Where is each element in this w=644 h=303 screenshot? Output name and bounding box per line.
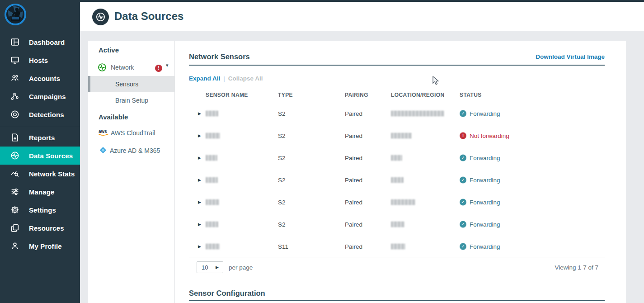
section-title: Network Sensors [189, 52, 250, 61]
row-expand-icon[interactable]: ▶ [198, 156, 201, 160]
network-caret-icon[interactable]: ▾ [166, 62, 169, 68]
sidebar-item-label: Manage [29, 188, 54, 196]
data-sources-icon [9, 150, 20, 161]
nav-item-label: Network [111, 64, 134, 71]
row-expand-icon[interactable]: ▶ [198, 178, 201, 182]
separator: | [223, 75, 225, 82]
content-card: Active Network ! ▾ Sensors Brain Setup A… [88, 41, 626, 303]
row-expand-icon[interactable]: ▶ [198, 200, 201, 204]
available-heading: Available [99, 113, 128, 121]
collapse-all-link[interactable]: Collapse All [228, 75, 263, 82]
sidebar-item-accounts[interactable]: Accounts [0, 69, 80, 87]
sidebar-item-settings[interactable]: Settings [0, 201, 80, 219]
datasource-nav: Active Network ! ▾ Sensors Brain Setup A… [88, 41, 175, 303]
sensor-name-redacted [206, 243, 220, 249]
status-icon: ! [460, 132, 466, 139]
azure-logo-icon [99, 147, 107, 155]
sensor-status: ✓ Forwarding [460, 154, 500, 161]
table-row: ▶ S2 Paired ✓ Forwarding [189, 169, 605, 191]
app-logo[interactable] [4, 3, 27, 26]
sidebar: Dashboard Hosts Accounts Campaigns [0, 0, 80, 303]
sidebar-item-campaigns[interactable]: Campaigns [0, 87, 80, 105]
row-expand-icon[interactable]: ▶ [198, 244, 201, 248]
status-icon: ✓ [460, 154, 466, 161]
pagination: 10 ▶ per page Viewing 1-7 of 7 [189, 261, 605, 274]
column-sensor-name: SENSOR NAME [206, 92, 248, 98]
campaigns-icon [9, 91, 20, 102]
sensor-configuration-header: Sensor Configuration [189, 288, 605, 301]
table-row: ▶ S11 Paired ✓ Forwarding [189, 235, 605, 257]
sensor-location-redacted [391, 155, 402, 161]
sensor-status: ✓ Forwarding [460, 243, 500, 250]
sensor-pairing: Paired [345, 199, 362, 205]
sidebar-nav: Dashboard Hosts Accounts Campaigns [0, 33, 80, 255]
person-icon [9, 241, 20, 251]
nav-item-brain-setup[interactable]: Brain Setup [88, 92, 175, 109]
svg-text:aws: aws [99, 129, 107, 134]
row-expand-icon[interactable]: ▶ [198, 111, 201, 115]
per-page-label: per page [229, 264, 253, 271]
expand-controls: Expand All|Collapse All [189, 75, 605, 84]
sensor-name-redacted [206, 133, 220, 138]
sensor-name-redacted [206, 110, 218, 116]
sensor-status: ✓ Forwarding [460, 176, 500, 183]
column-type: TYPE [278, 92, 293, 98]
sidebar-item-label: Accounts [29, 75, 60, 82]
sidebar-item-data-sources[interactable]: Data Sources [0, 147, 80, 165]
nav-item-label: AWS CloudTrail [111, 129, 155, 137]
sidebar-item-hosts[interactable]: Hosts [0, 51, 80, 69]
people-icon [9, 73, 20, 84]
sensor-pairing: Paired [345, 243, 362, 250]
sensor-name-redacted [206, 221, 218, 227]
nav-item-sensors[interactable]: Sensors [88, 76, 175, 92]
sidebar-item-network-stats[interactable]: Network Stats [0, 165, 80, 183]
network-sensors-section: Network Sensors Download Virtual Image E… [175, 41, 626, 303]
expand-all-link[interactable]: Expand All [189, 75, 220, 82]
sensor-type: S2 [278, 154, 286, 161]
app-window: Dashboard Hosts Accounts Campaigns [0, 0, 644, 303]
status-icon: ✓ [460, 176, 466, 183]
nav-item-network[interactable]: Network ! ▾ [88, 59, 175, 76]
network-pulse-icon [98, 63, 107, 73]
table-row: ▶ S2 Paired ! Not forwarding [189, 124, 605, 147]
dashboard-icon [9, 37, 20, 47]
table-row: ▶ S2 Paired ✓ Forwarding [189, 147, 605, 169]
sensor-name-redacted [206, 177, 218, 183]
table-row: ▶ S2 Paired ✓ Forwarding [189, 191, 605, 213]
sensor-status: ! Not forwarding [460, 132, 509, 139]
sidebar-item-dashboard[interactable]: Dashboard [0, 33, 80, 51]
sidebar-item-label: Data Sources [29, 152, 73, 160]
sensor-type: S2 [278, 199, 286, 205]
sidebar-item-detections[interactable]: Detections [0, 105, 80, 123]
sensor-name-redacted [206, 155, 217, 161]
row-expand-icon[interactable]: ▶ [198, 133, 201, 137]
status-icon: ✓ [460, 221, 466, 227]
sidebar-item-resources[interactable]: Resources [0, 219, 80, 237]
sidebar-item-label: Settings [29, 206, 56, 214]
sidebar-item-my-profile[interactable]: My Profile [0, 237, 80, 255]
download-virtual-image-link[interactable]: Download Virtual Image [536, 53, 605, 60]
sensor-location-redacted [391, 243, 405, 249]
sensor-type: S2 [278, 132, 286, 139]
sidebar-item-label: Resources [29, 224, 64, 232]
nav-item-aws-cloudtrail[interactable]: aws AWS CloudTrail [88, 126, 175, 140]
column-status: STATUS [460, 92, 482, 98]
sidebar-item-label: Campaigns [29, 93, 66, 100]
status-icon: ✓ [460, 199, 466, 205]
sensor-table: ▶ S2 Paired ✓ Forwarding ▶ S2 Paired [189, 102, 605, 257]
sidebar-item-label: My Profile [29, 242, 62, 250]
nav-item-azure-ad[interactable]: Azure AD & M365 [88, 144, 175, 157]
sensor-type: S11 [278, 243, 288, 250]
sidebar-item-reports[interactable]: Reports [0, 128, 80, 147]
table-header: SENSOR NAME TYPE PAIRING LOCATION/REGION… [189, 90, 605, 102]
sidebar-item-label: Network Stats [29, 170, 75, 178]
network-alert-icon: ! [155, 64, 162, 72]
sensor-location-redacted [391, 177, 404, 183]
page-size-select[interactable]: 10 ▶ [197, 261, 223, 273]
sensor-type: S2 [278, 221, 286, 227]
row-expand-icon[interactable]: ▶ [198, 222, 201, 226]
sidebar-item-label: Hosts [29, 57, 48, 64]
table-row: ▶ S2 Paired ✓ Forwarding [189, 213, 605, 235]
network-stats-icon [9, 168, 20, 179]
sidebar-item-manage[interactable]: Manage [0, 183, 80, 201]
